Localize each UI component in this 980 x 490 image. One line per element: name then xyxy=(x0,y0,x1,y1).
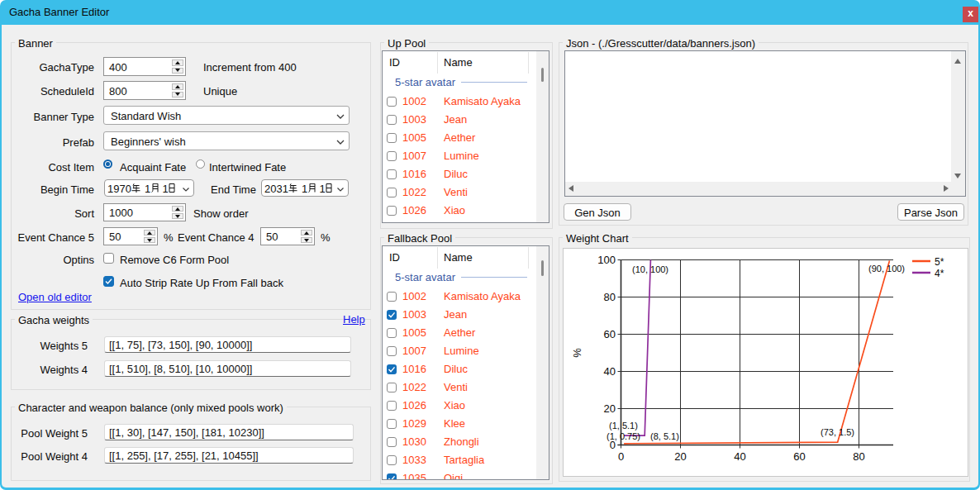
svg-text:80: 80 xyxy=(853,450,864,463)
svg-text:0: 0 xyxy=(618,450,624,463)
svg-text:(1, 5.1): (1, 5.1) xyxy=(609,421,638,431)
svg-text:20: 20 xyxy=(674,450,686,463)
svg-text:80: 80 xyxy=(604,291,616,303)
svg-text:60: 60 xyxy=(793,450,805,463)
svg-text:(90, 100): (90, 100) xyxy=(868,264,905,274)
svg-text:40: 40 xyxy=(604,365,616,378)
svg-text:%: % xyxy=(571,348,583,358)
svg-text:100: 100 xyxy=(597,254,616,266)
svg-text:60: 60 xyxy=(604,328,616,340)
svg-text:5*: 5* xyxy=(935,256,944,268)
svg-text:(1, 0.75): (1, 0.75) xyxy=(607,431,640,441)
svg-text:20: 20 xyxy=(604,402,616,415)
svg-text:40: 40 xyxy=(734,450,745,463)
svg-text:(73, 1.5): (73, 1.5) xyxy=(821,427,854,437)
svg-text:(10, 100): (10, 100) xyxy=(632,264,668,274)
svg-text:(8, 5.1): (8, 5.1) xyxy=(650,431,679,441)
svg-text:4*: 4* xyxy=(935,268,944,279)
